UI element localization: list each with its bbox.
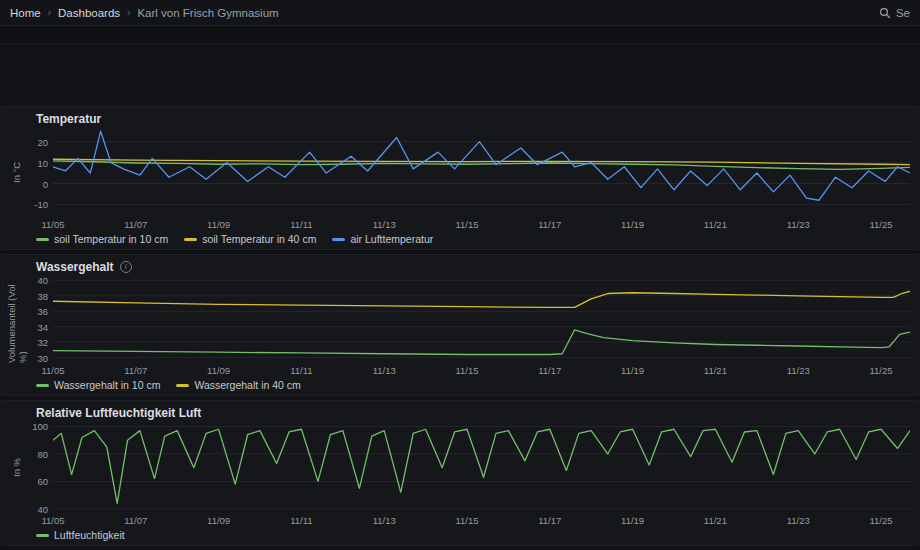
- legend-label: soil Temperatur in 10 cm: [54, 233, 168, 245]
- legend-swatch-icon: [36, 534, 49, 537]
- legend-item[interactable]: soil Temperatur in 10 cm: [36, 233, 168, 245]
- series-line: [53, 429, 910, 503]
- x-tick-label: 11/23: [787, 219, 810, 230]
- y-tick-label: 36: [37, 306, 48, 317]
- x-tick-label: 11/11: [290, 515, 312, 526]
- breadcrumb-separator: ›: [48, 7, 51, 18]
- search-box[interactable]: Se: [879, 7, 910, 19]
- humidity-chart: In % 406080100 11/0511/0711/0911/1111/13…: [10, 421, 910, 543]
- y-axis-title: In °C: [10, 127, 23, 217]
- x-tick-label: 11/17: [538, 515, 561, 526]
- x-tick-label: 11/21: [704, 219, 727, 230]
- legend-item[interactable]: Wassergehalt in 40 cm: [176, 379, 300, 391]
- y-tick-label: 80: [37, 448, 48, 459]
- x-tick-label: 11/13: [373, 219, 396, 230]
- dashboard-canvas: Temperatur In °C -1001020 11/0511/0711/0…: [0, 44, 920, 546]
- x-tick-label: 11/09: [207, 219, 230, 230]
- y-tick-label: 40: [37, 503, 48, 514]
- x-tick-label: 11/15: [455, 515, 478, 526]
- x-tick-label: 11/05: [41, 219, 64, 230]
- legend-item[interactable]: air Lufttemperatur: [332, 233, 433, 245]
- legend: soil Temperatur in 10 cmsoil Temperatur …: [10, 231, 910, 247]
- soil-moisture-chart: Volumenanteil (Vol %) 303234363840 11/05…: [10, 275, 910, 393]
- breadcrumb: Home › Dashboards › Karl von Frisch Gymn…: [10, 7, 279, 19]
- info-icon[interactable]: [120, 261, 132, 273]
- panel-title-temperatur[interactable]: Temperatur: [36, 112, 101, 126]
- y-tick-label: 40: [37, 275, 48, 286]
- y-tick-label: 34: [37, 321, 48, 332]
- x-tick-label: 11/23: [787, 365, 810, 376]
- x-tick-label: 11/17: [538, 219, 561, 230]
- x-tick-label: 11/25: [869, 365, 892, 376]
- search-icon: [879, 7, 891, 19]
- panel-header: Temperatur: [10, 110, 910, 127]
- x-tick-label: 11/15: [455, 219, 478, 230]
- panel-luftfeuchtigkeit: Relative Luftfeuchtigkeit Luft In % 4060…: [1, 400, 919, 546]
- panel-header: Relative Luftfeuchtigkeit Luft: [10, 404, 910, 421]
- legend: Luftfeuchtigkeit: [10, 527, 910, 543]
- series-line: [53, 291, 910, 307]
- legend-label: soil Temperatur in 40 cm: [202, 233, 316, 245]
- x-tick-label: 11/09: [207, 365, 230, 376]
- y-tick-label: 10: [37, 157, 48, 168]
- x-tick-label: 11/11: [290, 219, 312, 230]
- temperature-chart: In °C -1001020 11/0511/0711/0911/1111/13…: [10, 127, 910, 247]
- y-axis-ticks: 406080100: [23, 421, 53, 513]
- y-tick-label: 30: [37, 352, 48, 363]
- dashboard-toolbar: [0, 26, 920, 44]
- breadcrumb-dashboards[interactable]: Dashboards: [58, 7, 120, 19]
- x-tick-label: 11/15: [455, 365, 478, 376]
- legend: Wassergehalt in 10 cmWassergehalt in 40 …: [10, 377, 910, 393]
- breadcrumb-home[interactable]: Home: [10, 7, 41, 19]
- legend-swatch-icon: [176, 384, 189, 387]
- x-tick-label: 11/07: [124, 219, 147, 230]
- panel-wassergehalt: Wassergehalt Volumenanteil (Vol %) 30323…: [1, 254, 919, 396]
- x-tick-label: 11/09: [207, 515, 230, 526]
- x-tick-label: 11/17: [538, 365, 561, 376]
- legend-item[interactable]: soil Temperatur in 40 cm: [184, 233, 316, 245]
- breadcrumb-separator: ›: [127, 7, 130, 18]
- x-tick-label: 11/05: [41, 365, 64, 376]
- panel-title-wassergehalt[interactable]: Wassergehalt: [36, 260, 114, 274]
- top-nav-bar: Home › Dashboards › Karl von Frisch Gymn…: [0, 0, 920, 26]
- x-axis-ticks: 11/0511/0711/0911/1111/1311/1511/1711/19…: [53, 363, 910, 377]
- x-tick-label: 11/19: [621, 515, 644, 526]
- y-tick-label: 0: [43, 178, 48, 189]
- panel-title-luftfeuchtigkeit[interactable]: Relative Luftfeuchtigkeit Luft: [36, 406, 201, 420]
- x-tick-label: 11/21: [704, 515, 727, 526]
- x-tick-label: 11/11: [290, 365, 312, 376]
- x-tick-label: 11/07: [124, 515, 147, 526]
- y-tick-label: 32: [37, 337, 48, 348]
- x-tick-label: 11/07: [124, 365, 147, 376]
- plot-area[interactable]: [53, 275, 910, 363]
- legend-swatch-icon: [36, 384, 49, 387]
- panel-header: Wassergehalt: [10, 258, 910, 275]
- y-axis-ticks: -1001020: [23, 127, 53, 217]
- x-axis-ticks: 11/0511/0711/0911/1111/1311/1511/1711/19…: [53, 217, 910, 231]
- plot-area[interactable]: [53, 421, 910, 513]
- x-tick-label: 11/25: [869, 515, 892, 526]
- breadcrumb-current-dashboard: Karl von Frisch Gymnasium: [137, 7, 278, 19]
- x-tick-label: 11/19: [621, 365, 644, 376]
- legend-label: Luftfeuchtigkeit: [54, 529, 125, 541]
- x-tick-label: 11/21: [704, 365, 727, 376]
- legend-label: Wassergehalt in 10 cm: [54, 379, 160, 391]
- x-tick-label: 11/19: [621, 219, 644, 230]
- legend-item[interactable]: Wassergehalt in 10 cm: [36, 379, 160, 391]
- x-tick-label: 11/05: [41, 515, 64, 526]
- plot-area[interactable]: [53, 127, 910, 217]
- x-tick-label: 11/13: [373, 515, 396, 526]
- x-tick-label: 11/13: [373, 365, 396, 376]
- x-axis-ticks: 11/0511/0711/0911/1111/1311/1511/1711/19…: [53, 513, 910, 527]
- y-axis-ticks: 303234363840: [23, 275, 53, 363]
- y-tick-label: 60: [37, 476, 48, 487]
- legend-label: air Lufttemperatur: [350, 233, 433, 245]
- x-tick-label: 11/25: [869, 219, 892, 230]
- panel-temperatur: Temperatur In °C -1001020 11/0511/0711/0…: [1, 106, 919, 250]
- grafana-dashboard: { "nav": { "breadcrumb": ["Home", "Dashb…: [0, 0, 920, 550]
- legend-item[interactable]: Luftfeuchtigkeit: [36, 529, 125, 541]
- y-tick-label: 38: [37, 290, 48, 301]
- y-axis-title: In %: [10, 421, 23, 513]
- legend-swatch-icon: [332, 238, 345, 241]
- y-tick-label: 100: [32, 421, 48, 432]
